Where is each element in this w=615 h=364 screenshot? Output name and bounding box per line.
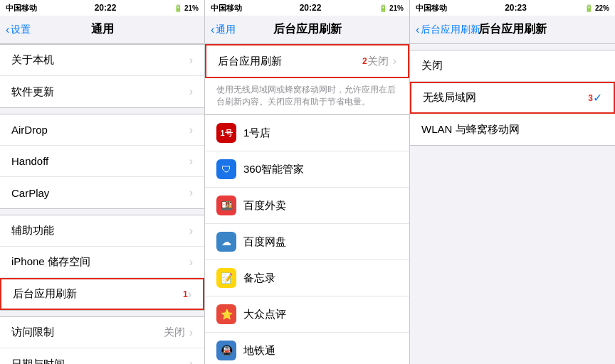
app-label-1hao: 1号店 [243,127,398,140]
chevron-icon-storage: › [189,256,193,269]
checkmark-icon: ✓ [593,91,602,105]
nav-bar-3: ‹ 后台应用刷新 后台应用刷新 [410,16,615,44]
battery-icon-2: 🔋 [379,4,387,12]
back-label-1: 设置 [11,23,31,36]
item-datetime[interactable]: 日期与时间 › [0,348,204,364]
list-group-restrictions: 访问限制 关闭 › 日期与时间 › [0,316,204,364]
time-2: 20:22 [300,3,322,13]
item-label-update: 软件更新 [11,85,189,99]
chevron-icon-airdrop: › [189,124,193,136]
app-label-dianping: 大众点评 [243,308,398,321]
item-label-restrictions: 访问限制 [11,326,164,339]
nav-title-3: 后台应用刷新 [478,22,547,37]
item-restrictions[interactable]: 访问限制 关闭 › [0,317,204,348]
settings-list-1: 关于本机 › 软件更新 › AirDrop › Handoff › CarPla… [0,44,204,364]
battery-pct-1: 21% [184,4,199,12]
app-item-dianping[interactable]: ⭐ 大众点评 [205,296,409,333]
nav-title-1: 通用 [91,22,114,37]
step-badge-1: 1 [183,289,188,299]
app-item-1hao[interactable]: 1号 1号店 [205,115,409,151]
item-carplay[interactable]: CarPlay › [0,177,204,208]
battery-pct-3: 22% [595,4,609,12]
option-label-off: 关闭 [421,59,604,73]
item-label-datetime: 日期与时间 [11,358,189,365]
app-item-notes[interactable]: 📝 备忘录 [205,260,409,296]
list-group-accessibility: 辅助功能 › iPhone 储存空间 › 后台应用刷新 1 › [0,215,204,311]
chevron-icon-accessibility: › [189,225,193,237]
item-storage[interactable]: iPhone 储存空间 › [0,247,204,278]
chevron-back-icon-1: ‹ [6,23,9,36]
panel-general: 中国移动 20:22 🔋 21% ‹ 设置 通用 关于本机 › 软件更新 › [0,0,205,364]
battery-pct-2: 21% [389,4,404,12]
back-button-2[interactable]: ‹ 通用 [211,23,236,36]
option-label-wifi-cellular: WLAN 与蜂窝移动网 [421,123,604,136]
status-icons-2: 🔋 21% [379,4,404,12]
carrier-1: 中国移动 [6,3,37,14]
status-bar-3: 中国移动 20:23 🔋 22% [410,0,615,16]
app-item-360[interactable]: 🛡 360智能管家 [205,151,409,188]
app-label-notes: 备忘录 [243,272,398,285]
option-wifi-cellular[interactable]: WLAN 与蜂窝移动网 [410,114,615,145]
status-bar-2: 中国移动 20:22 🔋 21% [205,0,409,16]
app-label-metro: 地铁通 [243,344,398,358]
app-list: 1号 1号店 🛡 360智能管家 🍱 百度外卖 ☁ 百度网盘 📝 备忘录 ⭐ [205,114,409,364]
chevron-back-icon-2: ‹ [211,23,214,36]
nav-bar-2: ‹ 通用 后台应用刷新 [205,16,409,44]
app-item-baidu-food[interactable]: 🍱 百度外卖 [205,188,409,224]
refresh-toggle-item[interactable]: 后台应用刷新 2 关闭 › [206,46,408,77]
refresh-toggle-section: 后台应用刷新 2 关闭 › [205,44,409,78]
status-icons-3: 🔋 22% [584,4,609,12]
panel-bg-refresh: 中国移动 20:22 🔋 21% ‹ 通用 后台应用刷新 后台应用刷新 2 关闭… [205,0,410,364]
item-handoff[interactable]: Handoff › [0,146,204,177]
item-background-refresh[interactable]: 后台应用刷新 1 › [0,278,204,310]
item-label-accessibility: 辅助功能 [11,224,189,237]
app-icon-1hao: 1号 [216,123,236,143]
item-label-bg-refresh: 后台应用刷新 [13,287,179,301]
list-group-top: 关于本机 › 软件更新 › [0,44,204,108]
back-button-3[interactable]: ‹ 后台应用刷新 [416,23,480,36]
chevron-icon-update: › [189,85,193,98]
app-list-group: 1号 1号店 🛡 360智能管家 🍱 百度外卖 ☁ 百度网盘 📝 备忘录 ⭐ [205,114,409,364]
item-software-update[interactable]: 软件更新 › [0,76,204,107]
item-label-about: 关于本机 [11,53,189,67]
back-label-2: 通用 [216,23,236,36]
chevron-icon-refresh: › [393,55,396,68]
battery-icon-1: 🔋 [174,4,182,12]
app-label-baidu-food: 百度外卖 [243,199,398,213]
chevron-icon-bg-refresh: › [188,288,191,301]
app-icon-dianping: ⭐ [216,304,236,324]
refresh-toggle-value: 关闭 [367,55,389,68]
step-badge-3: 3 [588,93,593,103]
time-3: 20:23 [505,3,527,13]
carrier-2: 中国移动 [211,3,242,14]
status-bar-1: 中国移动 20:22 🔋 21% [0,0,204,16]
app-icon-baidu-food: 🍱 [216,196,236,215]
list-group-airdrop: AirDrop › Handoff › CarPlay › [0,114,204,209]
options-list: 关闭 无线局域网 3 ✓ WLAN 与蜂窝移动网 [410,44,615,364]
chevron-icon-carplay: › [189,186,193,199]
refresh-toggle-label: 后台应用刷新 [218,55,358,68]
chevron-icon-handoff: › [189,155,193,168]
battery-icon-3: 🔋 [584,4,593,12]
app-item-baidu-pan[interactable]: ☁ 百度网盘 [205,224,409,260]
item-accessibility[interactable]: 辅助功能 › [0,215,204,247]
panel-refresh-options: 中国移动 20:23 🔋 22% ‹ 后台应用刷新 后台应用刷新 关闭 无线局域… [410,0,615,364]
option-off[interactable]: 关闭 [410,50,615,82]
item-label-carplay: CarPlay [11,187,189,199]
back-button-1[interactable]: ‹ 设置 [6,23,31,36]
status-icons-1: 🔋 21% [174,4,199,12]
app-icon-metro: 🚇 [216,341,236,360]
item-airdrop[interactable]: AirDrop › [0,114,204,146]
item-label-airdrop: AirDrop [11,124,189,136]
back-label-3: 后台应用刷新 [421,23,480,36]
chevron-icon-datetime: › [189,358,193,364]
nav-bar-1: ‹ 设置 通用 [0,16,204,44]
refresh-description: 使用无线局域网或蜂窝移动网时，允许应用在后台刷新内容。关闭应用有助于节省电量。 [205,78,409,114]
item-about[interactable]: 关于本机 › [0,45,204,76]
option-wifi[interactable]: 无线局域网 3 ✓ [410,82,615,114]
app-icon-360: 🛡 [216,159,236,179]
app-item-metro[interactable]: 🚇 地铁通 [205,333,409,364]
app-label-baidu-pan: 百度网盘 [243,235,398,249]
nav-title-2: 后台应用刷新 [273,22,342,37]
app-icon-baidu-pan: ☁ [216,232,236,252]
